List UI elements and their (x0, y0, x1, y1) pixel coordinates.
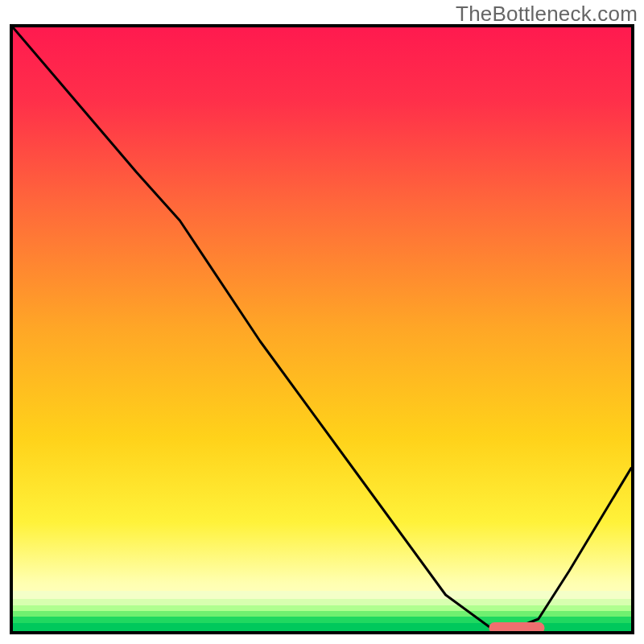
gradient-background (13, 27, 631, 631)
svg-rect-0 (13, 591, 631, 599)
svg-rect-3 (13, 611, 631, 617)
chart-svg (13, 27, 631, 631)
watermark-text: TheBottleneck.com (456, 2, 638, 27)
min-marker (489, 622, 544, 631)
plot-area (10, 24, 634, 634)
chart-root: TheBottleneck.com (0, 0, 644, 644)
svg-rect-1 (13, 599, 631, 605)
svg-rect-2 (13, 605, 631, 611)
